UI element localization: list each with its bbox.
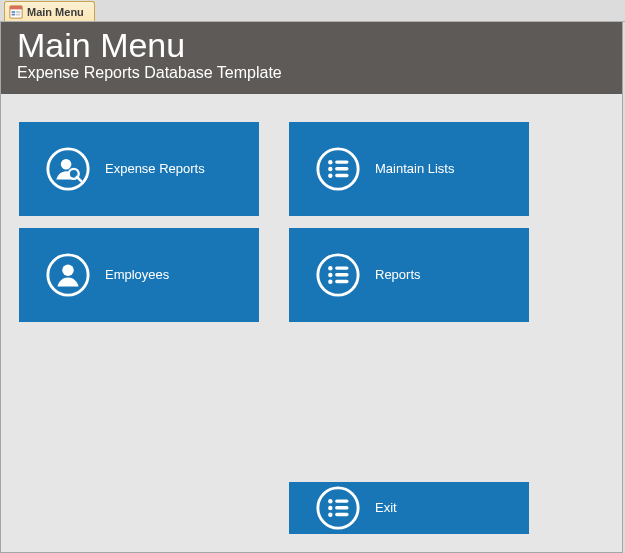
form-icon [9,5,23,19]
svg-point-20 [328,266,332,270]
tile-label: Employees [105,267,169,282]
svg-point-22 [328,272,332,276]
tab-strip: Main Menu [0,0,625,22]
svg-rect-28 [335,499,348,502]
svg-point-24 [328,279,332,283]
person-icon [45,252,91,298]
tile-expense-reports[interactable]: Expense Reports [19,122,259,216]
person-search-icon [45,146,91,192]
svg-point-15 [328,173,332,177]
header-band: Main Menu Expense Reports Database Templ… [1,22,622,94]
list-icon [315,146,361,192]
svg-rect-1 [10,5,22,9]
svg-line-9 [77,177,81,181]
svg-rect-30 [335,506,348,509]
svg-point-11 [328,160,332,164]
page-title: Main Menu [17,28,606,64]
page-subtitle: Expense Reports Database Template [17,64,606,82]
tile-exit[interactable]: Exit [289,482,529,534]
svg-rect-21 [335,266,348,269]
svg-point-27 [328,499,332,503]
svg-point-31 [328,512,332,516]
tile-reports[interactable]: Reports [289,228,529,322]
svg-rect-5 [16,13,20,15]
svg-rect-32 [335,512,348,515]
tab-label: Main Menu [27,6,84,18]
svg-rect-3 [12,13,16,15]
form-frame: Main Menu Expense Reports Database Templ… [0,22,623,553]
svg-point-29 [328,505,332,509]
tile-maintain-lists[interactable]: Maintain Lists [289,122,529,216]
list-icon [315,252,361,298]
svg-point-13 [328,166,332,170]
svg-point-7 [61,159,72,170]
svg-rect-14 [335,167,348,170]
svg-rect-4 [16,11,20,13]
list-icon [315,485,361,531]
svg-rect-23 [335,273,348,276]
svg-point-18 [62,264,74,276]
svg-rect-12 [335,160,348,163]
tile-employees[interactable]: Employees [19,228,259,322]
svg-rect-16 [335,173,348,176]
tile-label: Expense Reports [105,161,205,176]
tile-label: Reports [375,267,421,282]
tile-label: Maintain Lists [375,161,454,176]
svg-rect-2 [12,11,16,13]
tile-label: Exit [375,500,397,515]
tile-area: Expense Reports Maintain Lists [1,94,622,552]
tab-main-menu[interactable]: Main Menu [4,1,95,21]
svg-rect-25 [335,279,348,282]
